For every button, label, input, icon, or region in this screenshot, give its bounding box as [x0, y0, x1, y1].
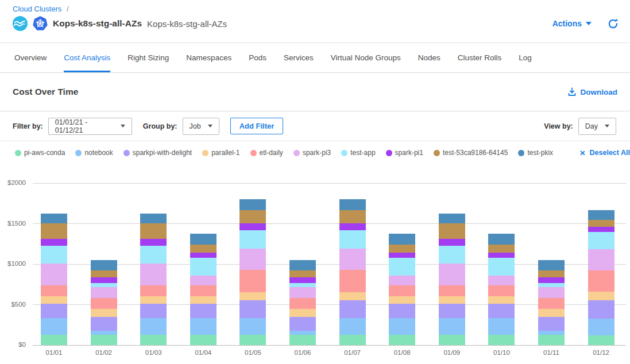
- legend-item-notebook[interactable]: notebook: [75, 149, 113, 157]
- page-subtitle: Kops-k8s-stg-all-AZs: [147, 19, 227, 29]
- bar-segment-spark-pi3: [140, 264, 167, 285]
- tab-overview[interactable]: Overview: [14, 43, 47, 72]
- y-tick-label: $0: [0, 341, 26, 348]
- bar-segment-parallel-1: [140, 296, 167, 304]
- legend-item-sparkpi-with-delight[interactable]: sparkpi-with-delight: [123, 149, 192, 157]
- chart-legend: pi-aws-condanotebooksparkpi-with-delight…: [0, 141, 630, 164]
- legend-item-test-pkix[interactable]: test-pkix: [518, 149, 553, 157]
- legend-dot-notebook: [75, 150, 82, 156]
- bar-segment-spark-pi3: [538, 287, 565, 297]
- download-icon: [567, 87, 577, 96]
- y-tick-label: $1500: [0, 220, 26, 227]
- bar-segment-spark-pi1: [339, 223, 366, 230]
- bar-segment-parallel-1: [239, 292, 266, 301]
- bar-segment-test-pkix: [140, 214, 167, 223]
- download-button[interactable]: Download: [567, 87, 618, 96]
- y-tick-label: $1000: [0, 260, 26, 267]
- cost-over-time-chart: $2000$1500$1000$500$0 01/0101/0201/0301/…: [0, 164, 630, 364]
- legend-item-pi-aws-conda[interactable]: pi-aws-conda: [15, 149, 65, 157]
- bar-segment-notebook: [140, 318, 167, 335]
- chevron-down-icon: [586, 22, 592, 25]
- group-by-select[interactable]: Job: [183, 118, 219, 135]
- tab-log[interactable]: Log: [519, 43, 532, 72]
- gridline-500: [33, 304, 626, 305]
- bar-segment-spark-pi1: [389, 253, 415, 258]
- y-tick-label: $500: [0, 301, 26, 308]
- bar-segment-test-app: [588, 232, 614, 249]
- legend-dot-pi-aws-conda: [15, 150, 21, 156]
- bar-01-02: [91, 260, 117, 345]
- cluster-cost-analysis-page: Cloud Clusters / Kops-k: [0, 0, 630, 364]
- gridline-1500: [33, 223, 626, 224]
- bar-segment-etl-daily: [538, 298, 565, 309]
- legend-label: spark-pi3: [303, 149, 331, 157]
- x-tick-label: 01/07: [330, 349, 376, 356]
- bar-segment-etl-daily: [389, 285, 415, 296]
- bar-segment-parallel-1: [488, 296, 515, 304]
- legend-item-etl-daily[interactable]: etl-daily: [250, 149, 283, 157]
- bar-01-11: [538, 260, 565, 345]
- legend-item-parallel-1[interactable]: parallel-1: [202, 149, 239, 157]
- breadcrumb: Cloud Clusters /: [7, 5, 619, 13]
- bar-01-05: [239, 199, 266, 345]
- gridline-0: [33, 345, 626, 346]
- legend-dot-test-pkix: [518, 150, 524, 156]
- legend-item-spark-pi3[interactable]: spark-pi3: [293, 149, 331, 157]
- refresh-button[interactable]: [608, 18, 619, 29]
- y-tick-label: $2000: [0, 179, 26, 186]
- date-range-select[interactable]: 01/01/21 - 01/12/21: [48, 118, 132, 135]
- legend-dot-spark-pi3: [293, 150, 300, 156]
- tab-nodes[interactable]: Nodes: [418, 43, 440, 72]
- tab-right-sizing[interactable]: Right Sizing: [127, 43, 169, 72]
- legend-item-test-app[interactable]: test-app: [341, 149, 375, 157]
- bar-segment-notebook: [339, 318, 366, 335]
- x-tick-label: 01/12: [578, 349, 624, 356]
- download-label: Download: [581, 88, 618, 96]
- tab-virtual-node-groups[interactable]: Virtual Node Groups: [331, 43, 401, 72]
- bar-segment-notebook: [588, 319, 614, 335]
- bar-segment-test-app: [538, 283, 565, 287]
- bar-segment-test-app: [190, 258, 217, 276]
- bar-segment-pi-aws-conda: [588, 335, 614, 345]
- tab-namespaces[interactable]: Namespaces: [186, 43, 231, 72]
- bar-01-12: [588, 210, 614, 345]
- bar-segment-test-53ca9186-64145: [538, 270, 565, 278]
- bar-segment-test-pkix: [339, 199, 366, 210]
- deselect-all-button[interactable]: ✕Deselect All: [579, 149, 630, 157]
- legend-label: sparkpi-with-delight: [133, 149, 192, 157]
- tab-cost-analysis[interactable]: Cost Analysis: [64, 43, 110, 72]
- breadcrumb-cloud-clusters-link[interactable]: Cloud Clusters: [13, 5, 61, 13]
- bar-segment-spark-pi3: [91, 287, 117, 297]
- bar-segment-spark-pi1: [289, 277, 316, 283]
- tab-cluster-rolls[interactable]: Cluster Rolls: [458, 43, 502, 72]
- breadcrumb-separator: /: [67, 5, 69, 13]
- x-axis-labels: 01/0101/0201/0301/0401/0501/0601/0701/08…: [33, 349, 626, 361]
- bar-segment-test-53ca9186-64145: [41, 223, 67, 239]
- bar-segment-test-pkix: [389, 234, 415, 244]
- group-by-value: Job: [190, 122, 201, 130]
- actions-button[interactable]: Actions: [552, 19, 592, 28]
- bar-segment-pi-aws-conda: [339, 335, 366, 345]
- tab-pods[interactable]: Pods: [249, 43, 266, 72]
- bar-segment-pi-aws-conda: [538, 335, 565, 345]
- date-range-value: 01/01/21 - 01/12/21: [55, 118, 114, 134]
- bar-segment-test-pkix: [41, 214, 67, 223]
- legend-label: parallel-1: [211, 149, 239, 157]
- view-by-label: View by:: [544, 122, 573, 130]
- bar-segment-sparkpi-with-delight: [339, 300, 366, 318]
- tab-services[interactable]: Services: [284, 43, 314, 72]
- bar-segment-etl-daily: [488, 285, 515, 296]
- legend-item-test-53ca9186-64145[interactable]: test-53ca9186-64145: [434, 149, 508, 157]
- bar-segment-test-pkix: [91, 260, 117, 270]
- view-by-select[interactable]: Day: [578, 118, 616, 135]
- legend-label: test-pkix: [527, 149, 553, 157]
- bar-segment-test-53ca9186-64145: [289, 270, 316, 278]
- legend-item-spark-pi1[interactable]: spark-pi1: [386, 149, 423, 157]
- legend-dot-parallel-1: [202, 150, 208, 156]
- bar-segment-test-pkix: [488, 234, 515, 244]
- bar-segment-spark-pi3: [389, 276, 415, 285]
- add-filter-button[interactable]: Add Filter: [230, 118, 284, 134]
- bar-segment-spark-pi3: [239, 249, 266, 270]
- filter-bar: Filter by: 01/01/21 - 01/12/21 Group by:…: [0, 111, 630, 141]
- bar-01-01: [41, 214, 67, 345]
